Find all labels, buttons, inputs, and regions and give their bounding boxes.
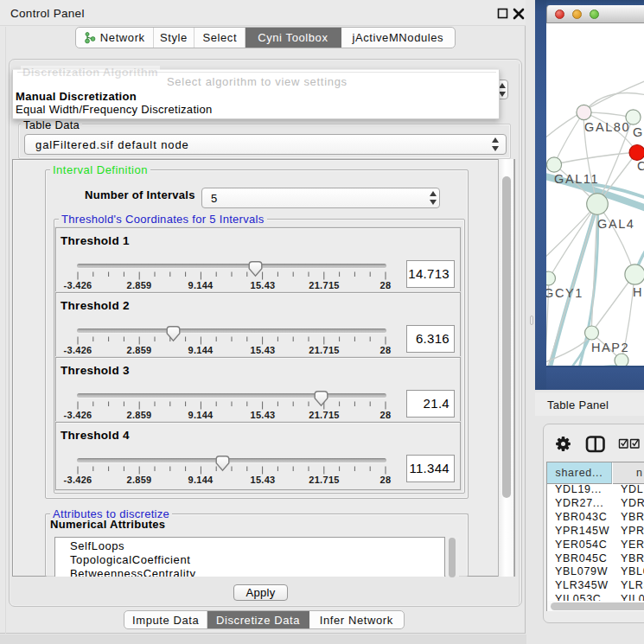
svg-text:GAL80: GAL80 [584, 120, 630, 134]
svg-text:C: C [637, 159, 644, 173]
svg-text:G.: G. [633, 125, 644, 139]
svg-text:GCY1: GCY1 [546, 286, 583, 300]
svg-text:GAL4: GAL4 [597, 217, 634, 231]
svg-text:GAL11: GAL11 [554, 172, 599, 186]
svg-text:H: H [633, 285, 643, 299]
svg-text:HAP2: HAP2 [591, 341, 629, 354]
